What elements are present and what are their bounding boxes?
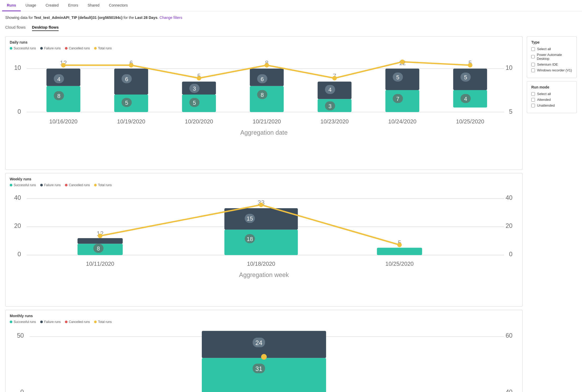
svg-point-83 — [259, 202, 263, 207]
weekly-legend-successful-label: Successful runs — [14, 183, 36, 187]
sub-tabs: Cloud flows Desktop flows — [5, 25, 577, 31]
type-power-automate-label: Power Automate Desktop — [537, 53, 572, 61]
tab-connectors[interactable]: Connectors — [104, 0, 133, 11]
monthly-legend-successful: Successful runs — [10, 320, 36, 324]
info-suffix: . — [157, 15, 158, 20]
run-mode-select-all-label: Select all — [537, 92, 551, 96]
svg-text:8: 8 — [97, 245, 100, 252]
run-mode-unattended[interactable]: Unattended — [531, 103, 572, 107]
successful-dot — [10, 47, 12, 50]
legend-cancelled-label: Cancelled runs — [69, 46, 90, 50]
daily-chart-area: 10 0 10 5 — [10, 53, 518, 166]
svg-text:4: 4 — [57, 76, 60, 82]
tab-created[interactable]: Created — [41, 0, 63, 11]
run-mode-unattended-label: Unattended — [537, 103, 555, 107]
svg-text:5: 5 — [464, 74, 467, 81]
svg-text:50: 50 — [17, 332, 24, 339]
type-select-all[interactable]: Select all — [531, 47, 572, 51]
svg-rect-71 — [224, 208, 298, 230]
legend-failure: Failure runs — [40, 46, 61, 50]
svg-text:18: 18 — [247, 236, 253, 242]
svg-text:3: 3 — [193, 86, 196, 92]
svg-text:10/23/2020: 10/23/2020 — [320, 118, 349, 125]
weekly-legend-total: Total runs — [94, 183, 112, 187]
svg-text:20: 20 — [14, 222, 21, 229]
bar-success — [385, 90, 419, 112]
weekly-chart-area: 40 20 0 40 20 0 — [10, 190, 518, 303]
svg-point-51 — [265, 63, 269, 67]
svg-text:10/25/2020: 10/25/2020 — [385, 261, 414, 267]
nav-tabs: Runs Usage Created Errors Shared Connect… — [0, 0, 582, 11]
svg-point-53 — [400, 60, 405, 64]
main-content: Showing data for Test_test_AdminAPI_TIP … — [0, 11, 582, 392]
tab-errors[interactable]: Errors — [63, 0, 83, 11]
legend-total: Total runs — [94, 46, 112, 50]
svg-text:10/11/2020: 10/11/2020 — [86, 261, 114, 267]
monthly-legend-cancelled: Cancelled runs — [65, 320, 90, 324]
svg-point-84 — [397, 243, 402, 247]
svg-text:6: 6 — [261, 76, 264, 82]
svg-text:4: 4 — [464, 96, 467, 102]
svg-text:10: 10 — [506, 64, 512, 71]
type-select-all-checkbox[interactable] — [531, 47, 535, 51]
type-selenium[interactable]: Selenium IDE — [531, 62, 572, 66]
tab-runs[interactable]: Runs — [2, 0, 21, 11]
run-mode-select-all[interactable]: Select all — [531, 92, 572, 96]
type-selenium-label: Selenium IDE — [537, 62, 558, 66]
info-prefix: Showing data for — [5, 15, 34, 20]
run-mode-unattended-checkbox[interactable] — [531, 104, 535, 107]
type-power-automate[interactable]: Power Automate Desktop — [531, 53, 572, 61]
tab-usage[interactable]: Usage — [21, 0, 41, 11]
type-windows-recorder-label: Windows recorder (V1) — [537, 68, 572, 72]
svg-text:5: 5 — [125, 100, 128, 106]
svg-text:10/25/2020: 10/25/2020 — [456, 118, 484, 125]
layout: Daily runs Successful runs Failure runs … — [5, 36, 577, 392]
change-filters-link[interactable]: Change filters — [159, 15, 182, 20]
svg-point-49 — [129, 63, 133, 67]
monthly-legend: Successful runs Failure runs Cancelled r… — [10, 320, 518, 324]
weekly-cancelled-dot — [65, 184, 68, 186]
type-windows-recorder-checkbox[interactable] — [531, 69, 535, 72]
weekly-runs-title: Weekly runs — [10, 177, 518, 181]
monthly-successful-dot — [10, 321, 12, 323]
sub-tab-desktop[interactable]: Desktop flows — [32, 25, 59, 31]
run-mode-attended[interactable]: Attended — [531, 98, 572, 102]
weekly-legend-total-label: Total runs — [98, 183, 112, 187]
sub-tab-cloud[interactable]: Cloud flows — [5, 25, 26, 31]
svg-text:8: 8 — [261, 92, 264, 98]
tab-shared[interactable]: Shared — [83, 0, 104, 11]
legend-cancelled: Cancelled runs — [65, 46, 90, 50]
svg-text:5: 5 — [193, 100, 196, 106]
bar-success — [47, 86, 80, 112]
type-selenium-checkbox[interactable] — [531, 63, 535, 66]
svg-point-52 — [332, 76, 337, 80]
weekly-chart-svg: 40 20 0 40 20 0 — [10, 190, 518, 302]
type-card: Type Select all Power Automate Desktop S… — [527, 36, 577, 78]
svg-text:40: 40 — [506, 194, 512, 201]
monthly-legend-failure: Failure runs — [40, 320, 61, 324]
monthly-failure-dot — [40, 321, 43, 323]
type-windows-recorder[interactable]: Windows recorder (V1) — [531, 68, 572, 72]
svg-text:20: 20 — [506, 222, 512, 229]
svg-text:10/19/2020: 10/19/2020 — [117, 118, 145, 125]
run-mode-attended-checkbox[interactable] — [531, 98, 535, 102]
svg-text:60: 60 — [506, 332, 512, 339]
svg-text:40: 40 — [506, 389, 512, 392]
run-mode-select-all-checkbox[interactable] — [531, 92, 535, 96]
svg-text:40: 40 — [14, 194, 21, 201]
legend-successful-label: Successful runs — [14, 46, 36, 50]
weekly-total-dot — [94, 184, 97, 186]
monthly-chart-area: 50 0 60 40 24 — [10, 326, 518, 392]
svg-point-54 — [468, 63, 472, 67]
weekly-legend-successful: Successful runs — [10, 183, 36, 187]
total-dot — [94, 47, 97, 50]
info-bar: Showing data for Test_test_AdminAPI_TIP … — [5, 15, 577, 20]
svg-point-50 — [197, 76, 201, 80]
svg-text:0: 0 — [20, 389, 24, 392]
weekly-legend-failure-label: Failure runs — [44, 183, 61, 187]
type-power-automate-checkbox[interactable] — [531, 55, 535, 59]
type-title: Type — [531, 40, 572, 44]
svg-point-48 — [61, 63, 66, 67]
bar-success — [250, 86, 284, 112]
weekly-legend-cancelled: Cancelled runs — [65, 183, 90, 187]
